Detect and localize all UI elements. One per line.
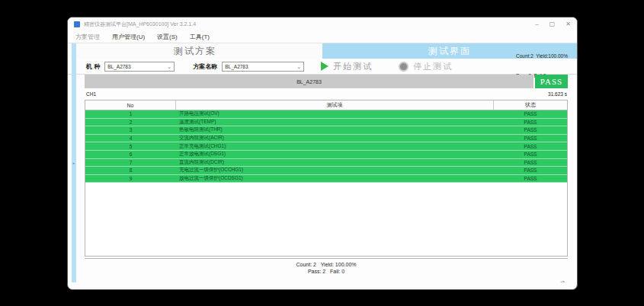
result-badge: PASS [535,75,568,88]
header-test-item: 测试项 [176,100,494,110]
table-row[interactable]: 9放电过流一级保护(OCDSG1)PASS [85,175,567,183]
row-status: PASS [494,110,567,118]
chevron-down-icon: ⌄ [167,64,171,69]
test-item-name: 放电过流一级保护(OCDSG1) [176,175,494,183]
model-label: 机 种 [86,62,100,71]
row-number: 1 [85,110,176,118]
table-row[interactable]: 6正常放电测试(DSG1)PASS [85,151,567,159]
chevron-down-icon: ⌄ [296,64,301,69]
row-status: PASS [494,135,567,142]
model-select-value: BL_A2783 [107,64,130,69]
start-test-label: 开始测试 [333,61,373,72]
row-number: 9 [85,175,176,183]
app-icon [74,21,80,27]
row-number: 5 [85,142,176,150]
tab-test-plan[interactable]: 测试方案 [68,43,322,59]
table-row[interactable]: 1开路电压测试(OV)PASS [85,110,567,119]
summary-count-yield: Count: 2 Yield: 100.00% [296,262,357,267]
left-splitter[interactable]: ▸ [72,43,76,282]
start-test-button[interactable]: 开始测试 [321,61,373,72]
table-body: 1开路电压测试(OV)PASS2温度测试(TEMP)PASS3热敏电阻测试(TH… [85,110,567,183]
splitter-arrow-icon: ▸ [73,161,75,165]
table-row[interactable]: 8充电过流一级保护(OCCHG1)PASS [85,167,567,175]
row-status: PASS [494,175,567,183]
test-item-name: 正常放电测试(DSG1) [176,151,494,158]
minimize-button[interactable]: – [535,21,538,27]
table-row[interactable]: 3热敏电阻测试(THR)PASS [85,126,567,135]
test-item-name: 开路电压测试(OV) [176,110,494,118]
row-status: PASS [494,126,567,134]
row-status: PASS [494,142,567,150]
row-status: PASS [494,159,567,167]
test-item-name: 温度测试(TEMP) [176,119,494,126]
menu-item-settings[interactable]: 设置(S) [157,33,178,41]
window-controls: – ▢ ✕ [535,21,571,27]
result-banner-row: BL_A2783 PASS [85,75,568,88]
channel-row: CH1 31.623 s [86,88,567,100]
test-item-name: 热敏电阻测试(THR) [176,126,494,134]
menu-item-user-management[interactable]: 用户管理(U) [112,33,145,41]
close-button[interactable]: ✕ [566,21,571,27]
table-row[interactable]: 4交流内阻测试(ACIR)PASS [85,135,567,143]
menu-item-plan-management[interactable]: 方案管理 [75,33,100,41]
table-row[interactable]: 5正常充电测试(CHG1)PASS [85,142,567,151]
test-item-name: 交流内阻测试(ACIR) [176,135,494,142]
stop-icon [399,62,409,72]
table-row[interactable]: 7直流内阻测试(DCIR)PASS [85,159,567,167]
header-status: 状态 [494,100,567,110]
table-empty-area [85,183,567,256]
row-number: 3 [85,126,176,134]
plan-select-value: BL_A2783 [225,64,248,69]
toolbar-count-yield: Count:2 Yield:100.00% [516,53,568,60]
row-number: 6 [85,151,176,158]
test-item-name: 直流内阻测试(DCIR) [176,159,494,167]
row-number: 8 [85,167,176,174]
plan-name-label: 方案名称 [193,62,217,71]
row-status: PASS [494,167,567,174]
plan-select[interactable]: BL_A2783 ⌄ [222,62,304,72]
play-icon [321,62,328,71]
row-number: 7 [85,159,176,167]
menu-bar: 方案管理 用户管理(U) 设置(S) 工具(T) [68,30,577,43]
progress-right-marker: -> [560,278,565,285]
table-row[interactable]: 2温度测试(TEMP)PASS [85,119,567,127]
row-status: PASS [494,119,567,126]
summary-panel: Count: 2 Yield: 100.00% Pass: 2 Fail: 0 [85,258,568,277]
test-table: No 测试项 状态 1开路电压测试(OV)PASS2温度测试(TEMP)PASS… [85,100,568,257]
row-number: 4 [85,135,176,142]
summary-pass-fail: Pass: 2 Fail: 0 [308,269,344,274]
header-no: No [85,100,176,110]
toolbar: 机 种 BL_A2783 ⌄ 方案名称 BL_A2783 ⌄ 开始测试 停止测试… [68,59,577,75]
window-title: 精密仪器测试平台[MA_HP6030100] Ver 3.2.1.4 [84,21,196,28]
elapsed-time: 31.623 s [548,91,567,97]
menu-item-tools[interactable]: 工具(T) [190,33,210,41]
test-item-name: 充电过流一级保护(OCCHG1) [176,167,494,174]
title-bar: 精密仪器测试平台[MA_HP6030100] Ver 3.2.1.4 – ▢ ✕ [68,18,577,30]
row-status: PASS [494,151,567,158]
model-select[interactable]: BL_A2783 ⌄ [104,62,175,72]
app-window: 精密仪器测试平台[MA_HP6030100] Ver 3.2.1.4 – ▢ ✕… [67,17,578,290]
stop-test-label: 停止测试 [413,61,453,72]
test-item-name: 正常充电测试(CHG1) [176,142,494,150]
progress-bar: -> -> [85,278,568,285]
channel-label: CH1 [86,91,96,97]
table-header: No 测试项 状态 [85,100,567,110]
row-number: 2 [85,119,176,126]
tab-bar: 测试方案 测试界面 [68,43,577,59]
device-banner: BL_A2783 [85,75,533,88]
stop-test-button[interactable]: 停止测试 [399,61,453,72]
maximize-button[interactable]: ▢ [549,21,556,27]
